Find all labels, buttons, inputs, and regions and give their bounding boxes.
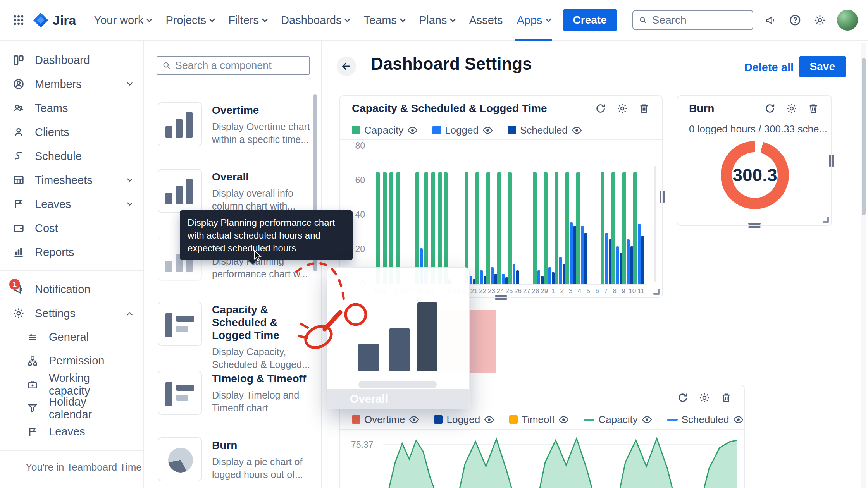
resize-handle-corner[interactable] — [653, 289, 660, 295]
component-title: Timelog & Timeoff — [212, 372, 313, 385]
back-button[interactable] — [337, 57, 356, 76]
widget-title: Burn — [689, 102, 764, 115]
nav-item-apps[interactable]: Apps — [510, 0, 557, 41]
trash-icon[interactable] — [807, 102, 820, 115]
sidebar-item-settings[interactable]: Settings — [0, 301, 143, 325]
bar-group — [544, 147, 555, 284]
app-switcher-icon[interactable] — [10, 12, 27, 29]
announcement-icon[interactable] — [763, 12, 778, 28]
resize-handle-east[interactable] — [829, 155, 834, 167]
help-icon[interactable] — [787, 12, 803, 28]
capacity-legend: Capacity Logged Scheduled — [340, 121, 662, 140]
nav-item-plans[interactable]: Plans — [412, 0, 462, 41]
create-button[interactable]: Create — [563, 9, 617, 31]
global-search[interactable] — [632, 10, 753, 30]
component-search-input[interactable] — [175, 60, 305, 72]
sidebar-item-leaves-settings[interactable]: Leaves — [0, 420, 143, 443]
bar-group — [576, 147, 587, 284]
sidebar-item-dashboard[interactable]: Dashboard — [0, 48, 143, 72]
chevron-down-icon — [262, 16, 268, 22]
chevron-down-icon — [450, 16, 456, 22]
eye-icon[interactable] — [733, 414, 744, 425]
chevron-down-icon — [127, 200, 133, 206]
bar-group — [486, 147, 497, 284]
eye-icon[interactable] — [484, 414, 494, 425]
user-avatar[interactable] — [837, 10, 858, 31]
widget-title: Capacity & Scheduled & Logged Time — [352, 102, 594, 115]
sidebar-item-timesheets[interactable]: Timesheets — [0, 168, 143, 192]
sidebar-item-notification[interactable]: 1 Notification — [0, 277, 143, 301]
chevron-down-icon — [127, 80, 133, 86]
sidebar-item-general[interactable]: General — [0, 325, 143, 349]
sidebar-item-working-capacity[interactable]: Working capacity — [0, 373, 143, 396]
legend-item-timeoff: Timeoff — [509, 414, 569, 426]
legend-item-scheduled: Scheduled — [508, 124, 582, 136]
eye-icon[interactable] — [482, 125, 493, 136]
sidebar-item-permission[interactable]: Permission — [0, 349, 143, 373]
sidebar-item-cost[interactable]: Cost — [0, 216, 143, 240]
save-button[interactable]: Save — [799, 56, 846, 77]
eye-icon[interactable] — [558, 414, 569, 425]
dragged-component-overall[interactable]: Overall — [327, 267, 470, 409]
nav-item-assets[interactable]: Assets — [462, 0, 510, 41]
sidebar-item-leaves[interactable]: Leaves — [0, 192, 143, 216]
refresh-icon[interactable] — [677, 392, 689, 404]
widget-scrollbar[interactable] — [654, 166, 656, 282]
capacity-swatch — [352, 126, 360, 134]
preview-label: Overall — [350, 393, 388, 406]
gear-icon[interactable] — [812, 12, 828, 28]
schedule-icon — [12, 149, 26, 163]
gear-icon[interactable] — [616, 102, 629, 115]
component-item-burn[interactable]: Burn Display a pie chart of logged hours… — [158, 437, 313, 481]
sidebar-item-members[interactable]: Members — [0, 72, 143, 96]
table-icon — [12, 173, 26, 187]
gear-icon[interactable] — [785, 102, 798, 115]
resize-handle-corner[interactable] — [823, 217, 829, 223]
bar-group — [526, 147, 533, 284]
nav-item-teams[interactable]: Teams — [356, 0, 412, 41]
eye-icon[interactable] — [407, 125, 418, 136]
global-search-input[interactable] — [652, 14, 747, 26]
bar-group — [475, 147, 486, 284]
sidebar-item-holiday-calendar[interactable]: Holiday calendar — [0, 396, 143, 420]
nav-item-projects[interactable]: Projects — [158, 0, 221, 41]
sidebar-item-teams[interactable]: Teams — [0, 96, 143, 120]
search-icon — [639, 15, 648, 25]
delete-all-link[interactable]: Delete all — [744, 61, 794, 74]
refresh-icon[interactable] — [594, 102, 607, 115]
eye-icon[interactable] — [642, 414, 652, 425]
component-item-overtime[interactable]: Overtime Display Overtime chart within a… — [158, 102, 313, 146]
sidebar-item-label: Dashboard — [35, 54, 90, 67]
component-item-overall[interactable]: Overall Display overall info column char… — [158, 169, 313, 213]
sidebar-item-label: Members — [35, 78, 82, 91]
brand-name: Jira — [53, 13, 76, 28]
sidebar-item-clients[interactable]: Clients — [0, 120, 143, 144]
sidebar-item-schedule[interactable]: Schedule — [0, 144, 143, 168]
primary-nav: Your work Projects Filters Dashboards Te… — [87, 0, 558, 41]
bar-group — [388, 147, 395, 284]
trash-icon[interactable] — [638, 102, 650, 115]
page-scrollbar[interactable] — [862, 58, 866, 215]
sidebar-item-label: Cost — [35, 222, 58, 235]
nav-item-your-work[interactable]: Your work — [87, 0, 159, 41]
jira-logo[interactable]: Jira — [33, 12, 76, 28]
preview-bar — [389, 328, 410, 371]
eye-icon[interactable] — [409, 414, 419, 425]
component-panel: Overtime Display Overtime chart within a… — [144, 41, 322, 488]
component-desc: Display overall info column chart with..… — [212, 187, 313, 213]
component-item-capacity[interactable]: Capacity & Scheduled & Logged Time Displ… — [158, 302, 313, 371]
nav-item-dashboards[interactable]: Dashboards — [274, 0, 356, 41]
component-search[interactable] — [157, 56, 310, 75]
resize-handle-east[interactable] — [660, 191, 665, 203]
refresh-icon[interactable] — [764, 102, 776, 115]
eye-icon[interactable] — [572, 125, 582, 136]
nav-item-filters[interactable]: Filters — [221, 0, 274, 41]
component-title: Overtime — [212, 104, 313, 117]
component-item-timelog[interactable]: Timelog & Timeoff Display Timelog and Ti… — [158, 371, 313, 415]
resize-handle-south[interactable] — [748, 223, 761, 228]
resize-handle-south[interactable] — [495, 295, 507, 300]
trash-icon[interactable] — [720, 392, 732, 404]
gear-icon[interactable] — [698, 392, 711, 404]
sidebar-item-reports[interactable]: Reports — [0, 240, 143, 264]
gear-icon — [12, 306, 26, 320]
